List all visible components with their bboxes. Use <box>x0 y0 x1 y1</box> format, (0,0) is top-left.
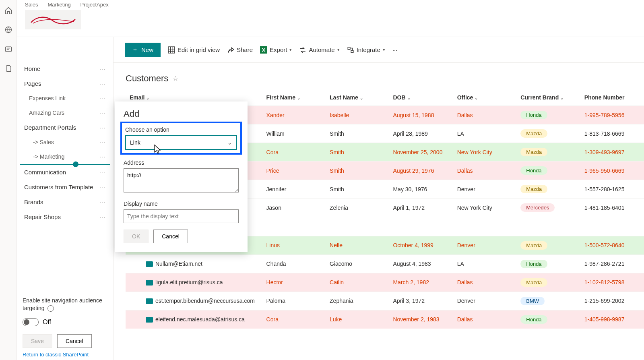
mail-icon <box>146 298 153 304</box>
dialog-title: Add <box>124 109 239 119</box>
new-button[interactable]: ＋ New <box>125 43 161 57</box>
cell-office: LA <box>453 254 517 273</box>
cell-office: Denver <box>453 180 517 199</box>
site-header: Sales Marketing ProjectApex <box>17 0 644 37</box>
choose-option-dropdown[interactable]: Link ⌄ <box>125 135 237 150</box>
quick-launch: Home··· Pages··· Expenses Link··· Amazin… <box>17 37 114 360</box>
edit-grid-button[interactable]: Edit in grid view <box>168 46 220 54</box>
share-button[interactable]: Share <box>227 46 253 54</box>
brand-pill: Mazda <box>520 148 547 156</box>
cell-phone: 1-987-286-2721 <box>580 254 644 273</box>
dialog-ok-button: OK <box>124 230 149 243</box>
col-last-name[interactable]: Last Name⌄ <box>326 89 389 106</box>
more-commands-button[interactable]: ··· <box>392 46 398 53</box>
table-row[interactable]: est.tempor.bibendum@neccursusa.comPaloma… <box>126 292 644 310</box>
col-office[interactable]: Office⌄ <box>453 89 517 106</box>
nav-more-icon[interactable]: ··· <box>100 153 106 160</box>
cell-office: Denver <box>453 236 517 254</box>
dialog-cancel-button[interactable]: Cancel <box>153 230 188 243</box>
nav-more-icon[interactable]: ··· <box>100 199 106 205</box>
files-icon[interactable] <box>4 64 12 72</box>
nav-more-icon[interactable]: ··· <box>100 184 106 190</box>
nav-department-portals[interactable]: Department Portals··· <box>17 120 113 135</box>
hub-tab-apex[interactable]: ProjectApex <box>80 2 109 8</box>
nav-sales[interactable]: -> Sales··· <box>17 135 113 149</box>
nav-more-icon[interactable]: ··· <box>100 81 106 87</box>
audience-targeting-toggle[interactable] <box>23 318 39 326</box>
chevron-down-icon: ⌄ <box>360 96 363 100</box>
nav-cancel-button[interactable]: Cancel <box>57 334 92 348</box>
nav-communication[interactable]: Communication··· <box>17 165 113 180</box>
display-name-input[interactable] <box>124 209 239 223</box>
col-first-name[interactable]: First Name⌄ <box>262 89 326 106</box>
cell-first-name: Jennifer <box>262 180 326 199</box>
cell-phone: 1-965-950-6669 <box>580 161 644 180</box>
nav-more-icon[interactable]: ··· <box>100 95 106 101</box>
cell-last-name: Isabelle <box>326 106 389 124</box>
nav-more-icon[interactable]: ··· <box>100 66 106 72</box>
nav-amazing-cars[interactable]: Amazing Cars··· <box>17 106 113 120</box>
news-icon[interactable] <box>4 45 12 53</box>
automate-button[interactable]: Automate▾ <box>299 46 339 54</box>
home-icon[interactable] <box>4 6 12 14</box>
nav-more-icon[interactable]: ··· <box>100 139 106 145</box>
mail-icon <box>146 280 153 286</box>
nav-marketing[interactable]: -> Marketing··· <box>17 149 113 164</box>
nav-pages[interactable]: Pages··· <box>17 76 113 91</box>
address-group: Address <box>124 159 239 194</box>
nav-more-icon[interactable]: ··· <box>100 124 106 131</box>
nav-footer: Enable site navigation audience targetin… <box>17 297 113 348</box>
svg-rect-5 <box>351 50 353 53</box>
add-link-dialog: Add Choose an option Link ⌄ Address Disp… <box>115 101 248 252</box>
plus-icon: ＋ <box>132 46 138 54</box>
export-button[interactable]: Export▾ <box>260 46 292 54</box>
cell-last-name: Smith <box>326 161 389 180</box>
toggle-state-label: Off <box>43 319 51 326</box>
nav-more-icon[interactable]: ··· <box>100 169 106 176</box>
cell-brand: Honda <box>516 310 580 329</box>
globe-icon[interactable] <box>4 26 12 34</box>
cell-dob: April 3, 1972 <box>389 292 453 310</box>
favorite-star-icon[interactable]: ☆ <box>172 74 179 83</box>
cell-last-name: Giacomo <box>326 254 389 273</box>
col-brand[interactable]: Current Brand⌄ <box>516 89 580 106</box>
address-label: Address <box>124 159 239 166</box>
address-input[interactable] <box>124 168 239 192</box>
hub-tab-marketing[interactable]: Marketing <box>48 2 71 8</box>
table-row[interactable]: Nullam@Etiam.netChandaGiacomoAugust 4, 1… <box>126 254 644 273</box>
nav-more-icon[interactable]: ··· <box>100 110 106 116</box>
cell-phone: 1-557-280-1625 <box>580 180 644 199</box>
col-phone[interactable]: Phone Number <box>580 89 644 106</box>
cell-first-name: William <box>262 124 326 143</box>
table-row[interactable]: eleifend.nec.malesuada@atrisus.caCoraLuk… <box>126 310 644 329</box>
chevron-down-icon: ⌄ <box>560 96 564 100</box>
excel-icon <box>260 46 267 54</box>
cell-last-name: Smith <box>326 180 389 199</box>
table-row[interactable]: ligula.elit.pretium@risus.caHectorCailin… <box>126 273 644 292</box>
nav-repair-shops[interactable]: Repair Shops··· <box>17 209 113 224</box>
nav-home[interactable]: Home··· <box>17 61 113 76</box>
nav-brands[interactable]: Brands··· <box>17 194 113 209</box>
nav-expenses-link[interactable]: Expenses Link··· <box>17 91 113 106</box>
return-classic-link[interactable]: Return to classic SharePoint <box>23 352 89 358</box>
nav-customers-template[interactable]: Customers from Template··· <box>17 180 113 194</box>
cell-first-name: Xander <box>262 106 326 124</box>
col-dob[interactable]: DOB⌄ <box>389 89 453 106</box>
cell-first-name: Chanda <box>262 254 326 273</box>
cell-last-name: Zelenia <box>326 199 389 217</box>
app-rail <box>0 0 17 360</box>
nav-save-button: Save <box>23 334 52 348</box>
site-logo[interactable] <box>25 10 81 29</box>
cell-office: New York City <box>453 199 517 217</box>
hub-tab-sales[interactable]: Sales <box>25 2 38 8</box>
audience-targeting-label: Enable site navigation audience targetin… <box>23 297 107 312</box>
integrate-button[interactable]: Integrate▾ <box>347 46 385 54</box>
cell-brand: Mazda <box>516 124 580 143</box>
command-bar: ＋ New Edit in grid view Share Export▾ Au… <box>114 37 644 63</box>
info-icon[interactable]: i <box>47 305 54 312</box>
cell-brand: Mercedes <box>516 199 580 217</box>
cell-dob: March 2, 1982 <box>389 273 453 292</box>
nav-more-icon[interactable]: ··· <box>100 214 106 220</box>
svg-rect-4 <box>348 47 350 50</box>
svg-rect-2 <box>168 47 175 53</box>
